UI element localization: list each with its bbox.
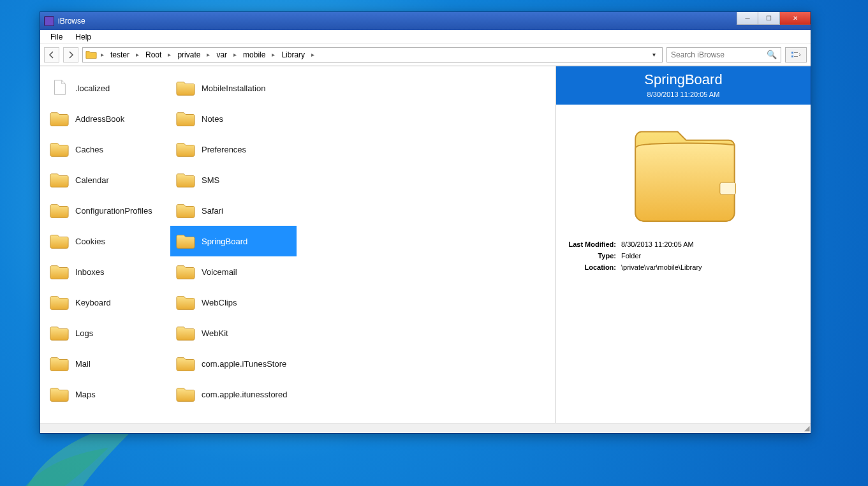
breadcrumb-item[interactable]: Root [143,50,164,59]
back-button[interactable] [44,47,59,63]
list-item-label: Voicemail [202,267,237,277]
search-icon: 🔍 [767,50,777,59]
list-item[interactable]: WebKit [170,318,297,348]
list-item[interactable]: Logs [44,318,170,348]
details-preview [556,105,811,235]
breadcrumb-sep: ▸ [232,51,238,58]
folder-icon [176,385,195,403]
forward-button[interactable] [63,47,78,63]
detail-value: \private\var\mobile\Library [621,261,702,273]
list-item-label: .localized [75,84,110,93]
file-list[interactable]: .localizedAddressBookCachesCalendarConfi… [40,66,555,423]
list-item[interactable]: ConfigurationProfiles [44,195,170,226]
list-item[interactable]: Cookies [44,226,170,256]
detail-value: Folder [621,250,641,261]
folder-icon [176,324,195,342]
list-item[interactable]: Inboxes [44,256,170,287]
resize-grip[interactable]: ◢ [804,424,809,432]
list-item-label: Logs [75,328,93,338]
detail-row-type: Type: Folder [565,250,802,261]
minimize-button[interactable]: ─ [737,12,758,25]
breadcrumb-dropdown[interactable]: ▾ [649,51,659,58]
list-item-label: com.apple.iTunesStore [202,359,286,369]
detail-value: 8/30/2013 11:20:05 AM [621,239,694,250]
list-item[interactable]: Notes [170,103,297,134]
menubar: File Help [40,30,811,44]
breadcrumb-item[interactable]: tester [108,50,132,59]
chevron-right-icon [67,51,75,59]
detail-label: Last Modified: [565,239,616,250]
list-item[interactable]: Preferences [170,134,297,165]
list-item[interactable]: Keyboard [44,287,170,318]
titlebar[interactable]: iBrowse ─ ☐ ✕ [40,12,811,30]
folder-icon [176,232,195,250]
folder-icon [176,140,195,158]
list-item-label: com.apple.itunesstored [202,390,287,399]
list-item[interactable]: Maps [44,379,170,409]
menu-help[interactable]: Help [69,31,98,43]
list-item-label: Maps [75,390,96,399]
app-window: iBrowse ─ ☐ ✕ File Help ▸ tester ▸ Root … [40,11,811,434]
list-item[interactable]: Caches [44,134,170,165]
svg-rect-2 [791,55,793,57]
folder-icon [176,171,195,189]
file-icon [50,79,69,97]
folder-icon [50,202,69,219]
list-item[interactable]: com.apple.itunesstored [170,379,297,409]
menu-file[interactable]: File [44,31,69,43]
list-item[interactable]: MobileInstallation [170,73,297,103]
folder-icon [176,263,195,281]
folder-icon [85,50,97,60]
folder-icon [176,355,195,372]
list-item-label: Cookies [75,237,105,246]
view-icon [791,50,801,59]
list-item-label: Caches [75,145,103,154]
chevron-left-icon [48,51,55,59]
folder-icon [50,140,69,158]
list-item[interactable]: Safari [170,195,297,226]
list-item-label: ConfigurationProfiles [75,206,152,216]
list-item[interactable]: .localized [44,73,170,103]
breadcrumb-sep: ▸ [205,51,211,58]
breadcrumb[interactable]: ▸ tester ▸ Root ▸ private ▸ var ▸ mobile… [82,47,663,63]
folder-icon [176,202,195,219]
folder-icon [50,293,69,311]
list-item[interactable]: SpringBoard [170,226,297,256]
list-item[interactable]: com.apple.iTunesStore [170,348,297,379]
breadcrumb-item[interactable]: Library [279,50,307,59]
list-item[interactable]: Calendar [44,165,170,195]
breadcrumb-item[interactable]: mobile [240,50,268,59]
list-item[interactable]: WebClips [170,287,297,318]
breadcrumb-sep: ▸ [270,51,276,58]
search-box[interactable]: 🔍 [666,47,781,63]
breadcrumb-sep: ▸ [310,51,316,58]
search-input[interactable] [671,50,767,59]
maximize-button[interactable]: ☐ [758,12,780,25]
view-options-button[interactable] [785,47,807,63]
window-controls: ─ ☐ ✕ [737,12,811,30]
list-item[interactable]: AddressBook [44,103,170,134]
list-item-label: AddressBook [75,114,124,124]
breadcrumb-item[interactable]: private [175,50,203,59]
list-item-label: Inboxes [75,267,105,277]
close-button[interactable]: ✕ [780,12,811,25]
content-area: .localizedAddressBookCachesCalendarConfi… [40,66,811,423]
folder-icon [176,293,195,311]
list-item[interactable]: Mail [44,348,170,379]
folder-icon [176,79,195,97]
detail-row-modified: Last Modified: 8/30/2013 11:20:05 AM [565,239,802,250]
list-item[interactable]: SMS [170,165,297,195]
svg-rect-1 [794,52,798,53]
list-item[interactable]: Voicemail [170,256,297,287]
folder-icon [176,110,195,128]
list-item-label: Keyboard [75,298,111,307]
breadcrumb-sep: ▸ [166,51,172,58]
details-pane: SpringBoard 8/30/2013 11:20:05 AM [555,66,811,423]
list-item-label: Mail [75,359,91,369]
list-item-label: WebKit [202,328,228,338]
breadcrumb-item[interactable]: var [214,50,230,59]
list-item-label: Safari [202,206,223,216]
details-subtitle: 8/30/2013 11:20:05 AM [560,91,807,98]
breadcrumb-sep: ▸ [135,51,140,58]
list-item-label: SMS [202,175,219,185]
